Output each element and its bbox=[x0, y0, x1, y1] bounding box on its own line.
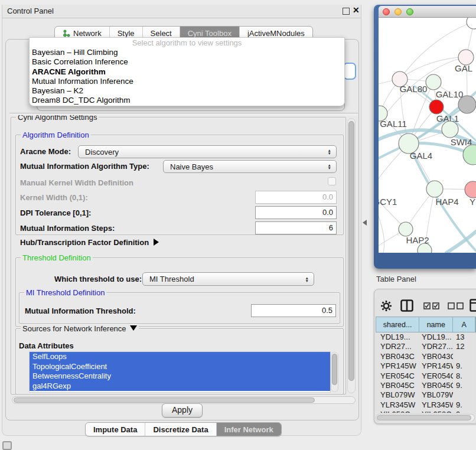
tab-label: jActiveMNodules bbox=[247, 29, 305, 38]
window-close-icon[interactable] bbox=[383, 8, 390, 15]
bottom-tab-discretize-data[interactable]: Discretize Data bbox=[145, 423, 216, 436]
table-row[interactable]: YBR043CYBR043C bbox=[376, 352, 476, 361]
algorithm-option[interactable]: Mutual Information Inference bbox=[30, 77, 344, 86]
table-cell: YDR27... bbox=[376, 342, 419, 351]
mi-steps-field[interactable]: 6 bbox=[255, 221, 337, 234]
tab-label: Style bbox=[118, 29, 135, 38]
mi-algorithm-type-combo[interactable]: Naive Bayes ▲▼ bbox=[163, 160, 337, 173]
network-node-y[interactable] bbox=[465, 181, 476, 198]
table-panel-title: Table Panel bbox=[376, 275, 416, 283]
data-attributes-list: SelfLoopsTopologicalCoefficientBetweenne… bbox=[29, 351, 331, 393]
table-row[interactable]: YDL19...YDL19...13 bbox=[376, 332, 476, 342]
mi-threshold-label: Mutual Information Threshold: bbox=[25, 306, 136, 315]
aracne-mode-combo[interactable]: Discovery ▲▼ bbox=[78, 145, 337, 158]
algorithm-option[interactable]: Dream8 DC_TDC Algorithm bbox=[30, 96, 344, 105]
dpi-tolerance-field[interactable]: 0.0 bbox=[255, 206, 337, 219]
window-zoom-icon[interactable] bbox=[406, 8, 413, 15]
table-cell: YBR045C bbox=[376, 381, 419, 390]
new-table-icon[interactable] bbox=[470, 299, 476, 312]
attributes-scrollbar-thumb[interactable] bbox=[332, 354, 337, 385]
deselect-checkboxes-icon[interactable] bbox=[448, 302, 464, 309]
table-cell bbox=[454, 390, 476, 400]
float-window-icon[interactable] bbox=[343, 8, 350, 15]
network-node-gal1[interactable] bbox=[429, 100, 444, 114]
network-node[interactable] bbox=[463, 145, 476, 165]
network-node-swi4[interactable] bbox=[442, 121, 458, 138]
aracne-mode-label: Aracne Mode: bbox=[20, 147, 71, 156]
bottom-tab-impute-data[interactable]: Impute Data bbox=[86, 423, 145, 436]
algorithm-option[interactable]: Basic Correlation Inference bbox=[30, 57, 344, 67]
kernel-width-field[interactable]: 0.0 bbox=[255, 191, 337, 204]
settings-vertical-scrollbar[interactable] bbox=[347, 118, 356, 393]
table-cell: YER054C bbox=[419, 371, 454, 381]
sources-title-label: Sources for Network Inference bbox=[22, 324, 126, 333]
table-cell: YBL079W bbox=[419, 390, 454, 400]
tab-label: Cyni Toolbox bbox=[188, 29, 232, 38]
network-graph: GALGAL80GAL10GAL1GAL11SWI4GAL4GCY1HAP4YH… bbox=[379, 18, 476, 253]
table-hscrollbar-thumb[interactable] bbox=[377, 415, 471, 420]
select-all-checkboxes-icon[interactable] bbox=[423, 302, 439, 309]
network-node-label: GAL4 bbox=[410, 151, 432, 161]
table-row[interactable]: YDR27...YDR27...12 bbox=[376, 342, 476, 351]
apply-button[interactable]: Apply bbox=[162, 403, 203, 418]
settings-scrollbar-thumb[interactable] bbox=[348, 121, 354, 381]
table-row[interactable]: YER054CYER054C8. bbox=[376, 371, 476, 381]
mi-threshold-field[interactable]: 0.5 bbox=[251, 304, 336, 317]
network-node[interactable] bbox=[458, 96, 476, 113]
network-node-gal10[interactable] bbox=[426, 74, 441, 90]
which-threshold-combo[interactable]: MI Threshold ▲▼ bbox=[142, 272, 314, 286]
threshold-definition-title: Threshold Definition bbox=[21, 253, 93, 262]
window-minimize-icon[interactable] bbox=[395, 8, 402, 15]
data-attribute-item[interactable]: SelfLoops bbox=[30, 352, 330, 362]
network-window-titlebar[interactable] bbox=[379, 6, 476, 18]
mi-algorithm-type-value: Naive Bayes bbox=[170, 162, 213, 171]
algorithm-option[interactable]: Bayesian – Hill Climbing bbox=[30, 48, 344, 57]
column-header-A[interactable]: A bbox=[453, 317, 475, 332]
table-cell: YDL19... bbox=[419, 332, 454, 342]
manual-kernel-checkbox[interactable] bbox=[328, 177, 336, 185]
table-cell: 9. bbox=[454, 400, 476, 410]
bottom-tabbar: Impute DataDiscretize DataInfer Network bbox=[85, 422, 282, 436]
sources-group-title[interactable]: Sources for Network Inference bbox=[21, 324, 139, 333]
combo-stepper-icon: ▲▼ bbox=[328, 149, 336, 155]
focused-combo-fragment bbox=[343, 63, 356, 80]
data-attribute-item[interactable]: gal4RGexp bbox=[30, 381, 330, 392]
table-row[interactable]: YLR345WYLR345W9. bbox=[376, 400, 476, 410]
node-table: shared...nameA YDL19...YDL19...13YDR27..… bbox=[376, 317, 476, 421]
table-row[interactable]: YBR045CYBR045C9. bbox=[376, 381, 476, 390]
network-view-window[interactable]: GALGAL80GAL10GAL1GAL11SWI4GAL4GCY1HAP4YH… bbox=[374, 5, 476, 269]
algorithm-option[interactable]: Bayesian – K2 bbox=[30, 86, 344, 96]
chevron-right-icon bbox=[154, 239, 159, 246]
network-canvas[interactable]: GALGAL80GAL10GAL1GAL11SWI4GAL4GCY1HAP4YH… bbox=[379, 18, 476, 253]
data-attribute-item[interactable]: TopologicalCoefficient bbox=[30, 362, 330, 372]
tab-label: Network bbox=[73, 29, 102, 38]
algorithm-option[interactable]: ARACNE Algorithm bbox=[30, 67, 344, 77]
table-horizontal-scrollbar[interactable] bbox=[376, 414, 475, 421]
table-cell: YDR27... bbox=[419, 342, 454, 351]
split-pane-collapse-icon[interactable] bbox=[363, 220, 367, 226]
network-node-label: Y bbox=[470, 197, 475, 207]
table-row[interactable]: YIL052CYIL052C9. bbox=[376, 410, 476, 413]
data-attribute-item[interactable]: BetweennessCentrality bbox=[30, 371, 330, 381]
collapsed-panel-icon[interactable] bbox=[2, 441, 12, 450]
gear-icon[interactable] bbox=[380, 300, 392, 312]
table-cell: 8. bbox=[454, 371, 476, 381]
dropdown-placeholder: Select algorithm to view settings bbox=[30, 38, 344, 48]
settings-hscrollbar-thumb[interactable] bbox=[14, 397, 315, 403]
attributes-scrollbar[interactable] bbox=[331, 352, 338, 392]
network-node[interactable] bbox=[467, 18, 476, 29]
table-row[interactable]: YPR145WYPR145W9. bbox=[376, 361, 476, 371]
close-icon[interactable]: ✕ bbox=[353, 5, 360, 15]
network-node-hap2[interactable] bbox=[399, 222, 413, 236]
combo-stepper-icon: ▲▼ bbox=[328, 164, 336, 169]
hub-definition-label: Hub/Transcription Factor Definition bbox=[20, 238, 149, 247]
table-row[interactable]: YBL079WYBL079W bbox=[376, 390, 476, 400]
network-node-label: GAL bbox=[455, 63, 472, 73]
bottom-tab-infer-network[interactable]: Infer Network bbox=[216, 423, 281, 436]
column-header-name[interactable]: name bbox=[419, 317, 453, 332]
network-node-hap4[interactable] bbox=[426, 181, 443, 197]
kernel-width-label: Kernel Width (0,1): bbox=[20, 193, 88, 202]
columns-icon[interactable] bbox=[400, 299, 413, 312]
hub-definition-disclosure[interactable]: Hub/Transcription Factor Definition bbox=[20, 238, 159, 247]
column-header-shared[interactable]: shared... bbox=[376, 317, 419, 332]
